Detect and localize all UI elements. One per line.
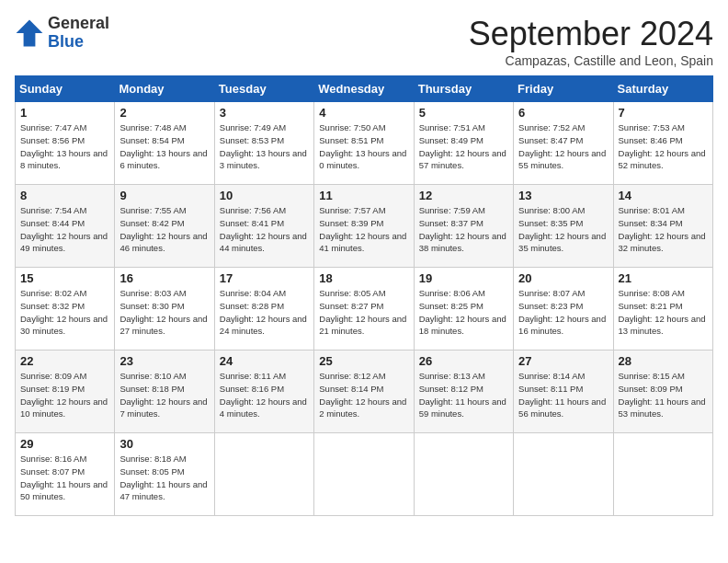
day-number: 11 — [319, 189, 408, 202]
day-number: 1 — [20, 106, 109, 120]
day-number: 16 — [119, 271, 209, 285]
page-header: General Blue September 2024 Campazas, Ca… — [15, 15, 713, 68]
calendar-cell: 1 Sunrise: 7:47 AM Sunset: 8:56 PM Dayli… — [16, 102, 115, 185]
day-info: Sunrise: 8:07 AM Sunset: 8:23 PM Dayligh… — [518, 287, 608, 338]
day-number: 20 — [518, 271, 608, 285]
day-info: Sunrise: 7:57 AM Sunset: 8:39 PM Dayligh… — [319, 204, 408, 255]
calendar-header-saturday: Saturday — [613, 76, 712, 102]
day-info: Sunrise: 7:48 AM Sunset: 8:54 PM Dayligh… — [119, 121, 209, 172]
day-info: Sunrise: 7:54 AM Sunset: 8:44 PM Dayligh… — [20, 204, 109, 255]
day-number: 19 — [419, 271, 508, 285]
day-number: 27 — [518, 354, 608, 368]
day-number: 29 — [20, 437, 109, 451]
calendar-cell: 5 Sunrise: 7:51 AM Sunset: 8:49 PM Dayli… — [414, 102, 513, 185]
logo: General Blue — [15, 15, 109, 52]
calendar-week-row: 8 Sunrise: 7:54 AM Sunset: 8:44 PM Dayli… — [16, 185, 713, 268]
calendar-cell: 24 Sunrise: 8:11 AM Sunset: 8:16 PM Dayl… — [214, 350, 313, 433]
day-number: 6 — [518, 106, 608, 120]
day-number: 23 — [119, 354, 209, 368]
calendar-cell: 15 Sunrise: 8:02 AM Sunset: 8:32 PM Dayl… — [16, 268, 115, 350]
calendar-cell — [314, 433, 414, 516]
logo-general-text: General — [48, 14, 109, 32]
day-number: 2 — [119, 106, 209, 120]
day-info: Sunrise: 8:18 AM Sunset: 8:05 PM Dayligh… — [119, 453, 209, 503]
calendar-cell: 23 Sunrise: 8:10 AM Sunset: 8:18 PM Dayl… — [115, 350, 214, 433]
day-number: 8 — [20, 189, 109, 202]
day-number: 13 — [518, 189, 608, 202]
calendar-header-monday: Monday — [115, 76, 214, 102]
calendar-cell: 7 Sunrise: 7:53 AM Sunset: 8:46 PM Dayli… — [613, 102, 712, 185]
day-number: 24 — [220, 354, 309, 368]
title-block: September 2024 Campazas, Castille and Le… — [469, 15, 713, 68]
calendar-cell: 19 Sunrise: 8:06 AM Sunset: 8:25 PM Dayl… — [414, 268, 513, 350]
calendar-cell: 4 Sunrise: 7:50 AM Sunset: 8:51 PM Dayli… — [314, 102, 414, 185]
day-info: Sunrise: 7:53 AM Sunset: 8:46 PM Dayligh… — [619, 121, 708, 172]
calendar-cell: 25 Sunrise: 8:12 AM Sunset: 8:14 PM Dayl… — [314, 350, 414, 433]
calendar-cell: 2 Sunrise: 7:48 AM Sunset: 8:54 PM Dayli… — [115, 102, 214, 185]
calendar-cell: 18 Sunrise: 8:05 AM Sunset: 8:27 PM Dayl… — [314, 268, 414, 350]
calendar-header-wednesday: Wednesday — [314, 76, 414, 102]
day-info: Sunrise: 8:06 AM Sunset: 8:25 PM Dayligh… — [419, 287, 508, 338]
day-info: Sunrise: 8:04 AM Sunset: 8:28 PM Dayligh… — [220, 287, 309, 338]
calendar-week-row: 1 Sunrise: 7:47 AM Sunset: 8:56 PM Dayli… — [16, 102, 713, 185]
calendar-week-row: 22 Sunrise: 8:09 AM Sunset: 8:19 PM Dayl… — [16, 350, 713, 433]
day-number: 22 — [20, 354, 109, 368]
calendar-cell — [514, 433, 613, 516]
calendar-cell: 21 Sunrise: 8:08 AM Sunset: 8:21 PM Dayl… — [613, 268, 712, 350]
day-info: Sunrise: 8:00 AM Sunset: 8:35 PM Dayligh… — [518, 204, 608, 255]
calendar-cell: 9 Sunrise: 7:55 AM Sunset: 8:42 PM Dayli… — [115, 185, 214, 268]
day-number: 4 — [319, 106, 408, 120]
day-number: 15 — [20, 271, 109, 285]
calendar-cell: 10 Sunrise: 7:56 AM Sunset: 8:41 PM Dayl… — [214, 185, 313, 268]
day-info: Sunrise: 8:11 AM Sunset: 8:16 PM Dayligh… — [220, 370, 309, 420]
calendar-header-row: SundayMondayTuesdayWednesdayThursdayFrid… — [16, 76, 713, 102]
calendar-table: SundayMondayTuesdayWednesdayThursdayFrid… — [15, 75, 713, 516]
day-info: Sunrise: 8:13 AM Sunset: 8:12 PM Dayligh… — [419, 370, 508, 420]
day-number: 5 — [419, 106, 508, 120]
calendar-cell: 12 Sunrise: 7:59 AM Sunset: 8:37 PM Dayl… — [414, 185, 513, 268]
day-info: Sunrise: 8:05 AM Sunset: 8:27 PM Dayligh… — [319, 287, 408, 338]
calendar-cell: 29 Sunrise: 8:16 AM Sunset: 8:07 PM Dayl… — [16, 433, 115, 516]
day-number: 12 — [419, 189, 508, 202]
day-info: Sunrise: 7:55 AM Sunset: 8:42 PM Dayligh… — [119, 204, 209, 255]
day-number: 18 — [319, 271, 408, 285]
svg-marker-0 — [17, 19, 43, 46]
day-info: Sunrise: 7:56 AM Sunset: 8:41 PM Dayligh… — [220, 204, 309, 255]
calendar-header-friday: Friday — [514, 76, 613, 102]
day-info: Sunrise: 7:59 AM Sunset: 8:37 PM Dayligh… — [419, 204, 508, 255]
day-info: Sunrise: 7:52 AM Sunset: 8:47 PM Dayligh… — [518, 121, 608, 172]
calendar-cell: 20 Sunrise: 8:07 AM Sunset: 8:23 PM Dayl… — [514, 268, 613, 350]
calendar-cell: 17 Sunrise: 8:04 AM Sunset: 8:28 PM Dayl… — [214, 268, 313, 350]
day-info: Sunrise: 7:50 AM Sunset: 8:51 PM Dayligh… — [319, 121, 408, 172]
calendar-cell — [214, 433, 313, 516]
day-info: Sunrise: 8:03 AM Sunset: 8:30 PM Dayligh… — [119, 287, 209, 338]
day-number: 10 — [220, 189, 309, 202]
day-number: 25 — [319, 354, 408, 368]
day-info: Sunrise: 8:12 AM Sunset: 8:14 PM Dayligh… — [319, 370, 408, 420]
logo-icon — [15, 18, 44, 48]
day-info: Sunrise: 8:01 AM Sunset: 8:34 PM Dayligh… — [619, 204, 708, 255]
calendar-cell — [414, 433, 513, 516]
calendar-header-thursday: Thursday — [414, 76, 513, 102]
calendar-cell: 16 Sunrise: 8:03 AM Sunset: 8:30 PM Dayl… — [115, 268, 214, 350]
day-number: 17 — [220, 271, 309, 285]
day-number: 14 — [619, 189, 708, 202]
calendar-cell: 11 Sunrise: 7:57 AM Sunset: 8:39 PM Dayl… — [314, 185, 414, 268]
calendar-cell: 28 Sunrise: 8:15 AM Sunset: 8:09 PM Dayl… — [613, 350, 712, 433]
day-info: Sunrise: 8:08 AM Sunset: 8:21 PM Dayligh… — [619, 287, 708, 338]
day-info: Sunrise: 8:16 AM Sunset: 8:07 PM Dayligh… — [20, 453, 109, 503]
location-text: Campazas, Castille and Leon, Spain — [469, 53, 713, 68]
calendar-cell: 13 Sunrise: 8:00 AM Sunset: 8:35 PM Dayl… — [514, 185, 613, 268]
month-title: September 2024 — [469, 15, 713, 53]
day-info: Sunrise: 7:49 AM Sunset: 8:53 PM Dayligh… — [220, 121, 309, 172]
calendar-week-row: 15 Sunrise: 8:02 AM Sunset: 8:32 PM Dayl… — [16, 268, 713, 350]
day-number: 30 — [119, 437, 209, 451]
calendar-cell: 6 Sunrise: 7:52 AM Sunset: 8:47 PM Dayli… — [514, 102, 613, 185]
logo-blue-text: Blue — [48, 32, 84, 51]
day-number: 9 — [119, 189, 209, 202]
calendar-cell: 8 Sunrise: 7:54 AM Sunset: 8:44 PM Dayli… — [16, 185, 115, 268]
day-info: Sunrise: 7:51 AM Sunset: 8:49 PM Dayligh… — [419, 121, 508, 172]
day-info: Sunrise: 8:09 AM Sunset: 8:19 PM Dayligh… — [20, 370, 109, 420]
day-info: Sunrise: 8:14 AM Sunset: 8:11 PM Dayligh… — [518, 370, 608, 420]
day-number: 3 — [220, 106, 309, 120]
